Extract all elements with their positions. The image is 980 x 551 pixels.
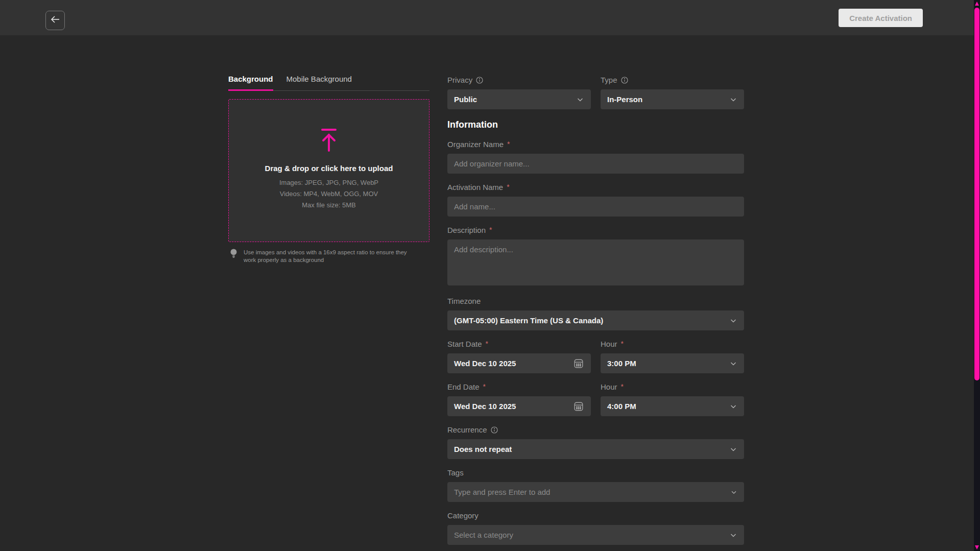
lightbulb-icon	[230, 249, 237, 260]
chevron-down-icon	[729, 531, 737, 539]
info-icon[interactable]	[476, 77, 483, 84]
category-group: Category Select a category	[447, 511, 744, 545]
activation-name-group: Activation Name *	[447, 183, 744, 217]
chevron-down-icon	[729, 95, 737, 104]
timezone-select[interactable]: (GMT-05:00) Eastern Time (US & Canada)	[447, 310, 744, 330]
tags-input[interactable]: Type and press Enter to add	[447, 482, 744, 502]
type-field-group: Type In-Person	[601, 76, 744, 109]
end-date-label: End Date *	[447, 382, 591, 392]
required-marker: *	[621, 339, 624, 348]
type-label: Type	[601, 76, 744, 85]
required-marker: *	[483, 382, 486, 391]
upload-title: Drag & drop or click here to upload	[265, 164, 393, 173]
start-date-group: Start Date * Wed Dec 10 2025	[447, 340, 591, 373]
calendar-icon	[573, 358, 584, 369]
activation-name-label: Activation Name *	[447, 183, 744, 192]
info-icon[interactable]	[491, 426, 498, 434]
activation-form: Privacy Public Type	[447, 0, 744, 551]
upload-images-formats: Images: JPEG, JPG, PNG, WebP	[279, 179, 378, 186]
media-panel: Background Mobile Background Drag & drop…	[228, 0, 429, 264]
back-button[interactable]	[45, 11, 65, 30]
scrollbar-up-arrow-icon[interactable]	[975, 2, 979, 6]
end-hour-group: Hour * 4:00 PM	[601, 382, 744, 416]
start-hour-group: Hour * 3:00 PM	[601, 340, 744, 373]
tab-background[interactable]: Background	[228, 75, 273, 91]
recurrence-group: Recurrence Does not repeat	[447, 425, 744, 459]
background-tabs: Background Mobile Background	[228, 75, 429, 91]
info-icon[interactable]	[621, 77, 628, 84]
timezone-group: Timezone (GMT-05:00) Eastern Time (US & …	[447, 297, 744, 330]
start-hour-select[interactable]: 3:00 PM	[601, 353, 744, 373]
upload-max-size: Max file size: 5MB	[302, 201, 355, 209]
chevron-down-icon	[729, 360, 737, 368]
category-label: Category	[447, 511, 744, 520]
tab-mobile-background[interactable]: Mobile Background	[286, 75, 352, 91]
description-label: Description *	[447, 226, 744, 235]
required-marker: *	[507, 182, 509, 191]
privacy-label: Privacy	[447, 76, 591, 85]
end-hour-select[interactable]: 4:00 PM	[601, 396, 744, 416]
hint-text: Use images and videos with a 16x9 aspect…	[244, 249, 420, 264]
required-marker: *	[507, 139, 510, 149]
chevron-down-icon	[730, 489, 737, 496]
category-select[interactable]: Select a category	[447, 525, 744, 545]
scrollbar-thumb[interactable]	[974, 8, 979, 380]
chevron-down-icon	[576, 95, 584, 104]
end-date-picker[interactable]: Wed Dec 10 2025	[447, 396, 591, 416]
end-date-group: End Date * Wed Dec 10 2025	[447, 382, 591, 416]
description-textarea[interactable]	[447, 239, 744, 285]
calendar-icon	[573, 401, 584, 412]
required-marker: *	[621, 382, 624, 391]
chevron-down-icon	[729, 402, 737, 411]
scrollbar-down-arrow-icon[interactable]	[975, 545, 979, 549]
tags-group: Tags Type and press Enter to add	[447, 468, 744, 502]
privacy-select[interactable]: Public	[447, 89, 591, 109]
recurrence-select[interactable]: Does not repeat	[447, 439, 744, 459]
recurrence-label: Recurrence	[447, 425, 744, 435]
tags-label: Tags	[447, 468, 744, 477]
information-heading: Information	[447, 118, 744, 131]
timezone-label: Timezone	[447, 297, 744, 306]
organizer-name-group: Organizer Name *	[447, 140, 744, 174]
back-arrow-icon	[50, 14, 60, 27]
start-date-picker[interactable]: Wed Dec 10 2025	[447, 353, 591, 373]
activation-name-input[interactable]	[447, 197, 744, 217]
aspect-ratio-hint: Use images and videos with a 16x9 aspect…	[228, 249, 429, 264]
start-hour-label: Hour *	[601, 340, 744, 349]
required-marker: *	[489, 225, 492, 234]
privacy-field-group: Privacy Public	[447, 76, 591, 109]
upload-dropzone[interactable]: Drag & drop or click here to upload Imag…	[228, 99, 429, 242]
chevron-down-icon	[729, 317, 737, 325]
organizer-name-label: Organizer Name *	[447, 140, 744, 149]
chevron-down-icon	[729, 445, 737, 453]
upload-videos-formats: Videos: MP4, WebM, OGG, MOV	[280, 190, 378, 198]
type-select[interactable]: In-Person	[601, 89, 744, 109]
organizer-name-input[interactable]	[447, 154, 744, 174]
required-marker: *	[486, 339, 488, 348]
description-group: Description *	[447, 226, 744, 288]
end-hour-label: Hour *	[601, 382, 744, 392]
upload-arrow-icon	[320, 128, 338, 154]
create-activation-button[interactable]: Create Activation	[839, 9, 923, 27]
start-date-label: Start Date *	[447, 340, 591, 349]
page-scrollbar[interactable]	[974, 0, 980, 551]
